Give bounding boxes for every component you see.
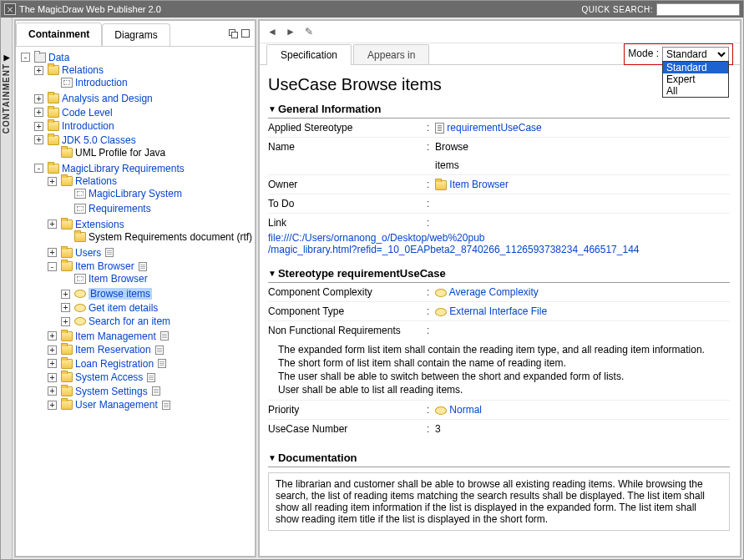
tree-m-system-diag[interactable]: MagicLibrary System: [61, 188, 182, 199]
folder-icon: [61, 176, 73, 186]
tab-appears-in[interactable]: Appears in: [353, 44, 429, 65]
doc-badge-icon: [139, 262, 147, 271]
folder-icon: [61, 345, 73, 355]
chevron-down-icon: ▼: [268, 453, 276, 462]
tree-m-relations[interactable]: +Relations: [48, 175, 117, 187]
tree-root[interactable]: -Data: [21, 52, 69, 63]
name-value-2: items: [435, 159, 730, 171]
doc-badge-icon: [105, 248, 114, 257]
tree-m-user-management[interactable]: +User Management: [48, 399, 170, 411]
folder-icon: [61, 400, 73, 410]
tree-intro2[interactable]: +Introduction: [34, 120, 114, 132]
name-value-1: Browse: [435, 141, 730, 153]
mode-select[interactable]: Standard: [662, 47, 729, 62]
diagram-icon: [61, 78, 73, 88]
priority-link[interactable]: Normal: [449, 404, 482, 416]
app-header: The MagicDraw Web Publisher 2.0 QUICK SE…: [1, 1, 743, 18]
link-label: Link: [268, 217, 427, 229]
left-panel: Containment Diagrams -Data +Relations In…: [14, 19, 256, 557]
priority-label: Priority: [268, 404, 427, 416]
tree-m-system-settings[interactable]: +System Settings: [48, 386, 160, 397]
chevron-down-icon: ▼: [268, 104, 276, 114]
folder-icon: [48, 93, 59, 103]
tab-containment[interactable]: Containment: [16, 23, 102, 46]
mode-option-expert[interactable]: Expert: [663, 73, 728, 85]
package-icon: [34, 53, 46, 63]
component-complexity-link[interactable]: Average Complexity: [449, 286, 539, 298]
doc-badge-icon: [158, 359, 166, 368]
tree-codelevel[interactable]: +Code Level: [34, 107, 113, 119]
containment-tree: -Data +Relations Introduction +Analysis …: [16, 47, 255, 556]
tree-magic-req[interactable]: -MagicLibrary Requirements: [34, 163, 185, 174]
quick-search-input[interactable]: [656, 3, 740, 16]
tree-m-browse-items[interactable]: +Browse items: [61, 288, 152, 300]
tree-m-search-item[interactable]: +Search for an item: [61, 315, 170, 327]
tree-uml-profile[interactable]: UML Profile for Java: [48, 147, 165, 159]
containment-rail[interactable]: ◀ CONTAINMENT: [1, 18, 13, 559]
applied-stereotype-label: Applied Stereotype: [268, 122, 427, 134]
owner-label: Owner: [268, 179, 427, 190]
folder-icon: [61, 386, 73, 396]
mode-selector: Mode : Standard Standard Expert All: [624, 43, 733, 65]
section-general[interactable]: ▼General Information: [268, 103, 730, 119]
tree-m-get-item[interactable]: +Get item details: [61, 302, 158, 314]
tree-m-users[interactable]: +Users: [48, 247, 114, 259]
section-stereotype[interactable]: ▼Stereotype requirementUseCase: [268, 267, 730, 283]
mode-option-standard[interactable]: Standard: [663, 62, 728, 73]
doc-badge-icon: [147, 373, 155, 382]
tree-intro1[interactable]: Introduction: [48, 77, 128, 88]
usecase-number-value: 3: [435, 423, 730, 435]
element-title: UseCase Browse items: [268, 75, 730, 94]
panel-maximize-icon[interactable]: [241, 29, 250, 38]
component-type-link[interactable]: External Interface File: [449, 305, 547, 317]
tree-jdk[interactable]: +JDK 5.0 Classes: [34, 134, 136, 146]
component-complexity-label: Component Complexity: [268, 286, 427, 298]
doc-badge-icon: [160, 331, 169, 341]
section-documentation[interactable]: ▼Documentation: [268, 452, 730, 467]
enum-icon: [435, 308, 447, 316]
tree-m-item-management[interactable]: +Item Management: [48, 330, 169, 342]
folder-icon: [435, 180, 447, 190]
tree-m-loan-registration[interactable]: +Loan Registration: [48, 358, 166, 370]
tree-m-item-browser[interactable]: -Item Browser: [48, 260, 147, 272]
tree-m-sysreqdoc[interactable]: System Requirements document (rtf): [61, 231, 252, 243]
panel-restore-icon[interactable]: [229, 29, 238, 38]
name-label: Name: [268, 141, 427, 153]
component-type-label: Component Type: [268, 305, 427, 317]
rail-collapse-icon: ◀: [2, 54, 11, 63]
toolbar-refresh-icon[interactable]: ✎: [301, 24, 316, 39]
diagram-icon: [74, 204, 86, 214]
left-tabs: Containment Diagrams: [16, 21, 255, 47]
folder-icon: [48, 121, 59, 131]
applied-stereotype-link[interactable]: requirementUseCase: [447, 122, 541, 134]
app-title: The MagicDraw Web Publisher 2.0: [19, 4, 161, 14]
link-value-2[interactable]: /magic_library.html?refid=_10_0EAPbeta2_…: [268, 244, 639, 255]
doc-badge-icon: [162, 401, 170, 410]
tab-diagrams[interactable]: Diagrams: [102, 23, 170, 46]
mode-option-all[interactable]: All: [663, 85, 728, 97]
nfr-label: Non Functional Requirements: [268, 325, 427, 336]
link-value-1[interactable]: file:///C:/Users/ornanong_o/Desktop/web%…: [268, 232, 484, 244]
tree-m-item-reservation[interactable]: +Item Reservation: [48, 344, 164, 356]
tree-analysis[interactable]: +Analysis and Design: [34, 93, 153, 104]
enum-icon: [435, 289, 447, 297]
folder-icon: [61, 372, 73, 382]
tree-m-item-browser-diag[interactable]: Item Browser: [61, 273, 148, 285]
right-tabs: Specification Appears in: [266, 44, 429, 65]
folder-icon: [48, 164, 59, 174]
nav-forward-button[interactable]: ►: [283, 24, 298, 39]
tree-root-label[interactable]: Data: [48, 52, 69, 63]
folder-icon: [48, 65, 59, 75]
nav-back-button[interactable]: ◄: [265, 24, 280, 39]
rail-label: CONTAINMENT: [2, 63, 11, 134]
documentation-text: The librarian and customer shall be able…: [268, 472, 730, 531]
tree-relations[interactable]: +Relations: [34, 64, 104, 76]
folder-icon: [61, 148, 73, 158]
tree-m-extensions[interactable]: +Extensions: [48, 219, 124, 230]
owner-link[interactable]: Item Browser: [449, 179, 509, 190]
tree-m-system-access[interactable]: +System Access: [48, 371, 155, 383]
doc-icon: [435, 123, 444, 134]
tab-specification[interactable]: Specification: [266, 44, 352, 65]
usecase-number-label: UseCase Number: [268, 423, 427, 435]
tree-m-requirements[interactable]: Requirements: [61, 203, 151, 214]
